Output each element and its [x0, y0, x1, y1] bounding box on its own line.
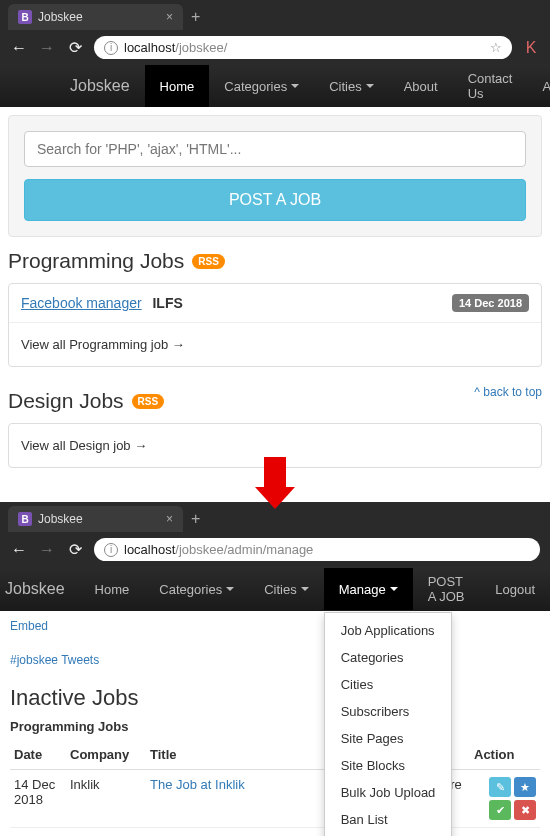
nav-logout[interactable]: Logout — [480, 568, 550, 610]
col-company: Company — [66, 740, 146, 770]
nav-contact[interactable]: Contact Us — [453, 65, 528, 107]
manage-menu-item[interactable]: Ban List — [325, 806, 452, 833]
site-info-icon[interactable]: i — [104, 543, 118, 557]
manage-dropdown: Job ApplicationsCategoriesCitiesSubscrib… — [324, 612, 453, 836]
manage-menu-item[interactable]: Bulk Job Upload — [325, 779, 452, 806]
forward-button[interactable]: → — [38, 39, 56, 57]
action-buttons: ✎ ★ ✔ ✖ — [474, 777, 536, 820]
nav-categories[interactable]: Categories — [209, 65, 314, 107]
forward-button[interactable]: → — [38, 541, 56, 559]
bookmark-icon[interactable]: ☆ — [490, 40, 502, 55]
post-job-button[interactable]: POST A JOB — [24, 179, 526, 221]
cat-heading-programming: Programming Jobs — [10, 719, 540, 734]
new-tab-button[interactable]: + — [183, 4, 208, 30]
url-input[interactable]: i localhost/jobskee/admin/manage — [94, 538, 540, 561]
reload-button[interactable]: ⟳ — [66, 540, 84, 559]
admin-navbar: Jobskee Home Categories Cities Manage Jo… — [0, 567, 550, 611]
edit-button[interactable]: ✎ — [489, 777, 511, 797]
back-button[interactable]: ← — [10, 541, 28, 559]
manage-menu-item[interactable]: Site Blocks — [325, 752, 452, 779]
tab-title: Jobskee — [38, 512, 83, 526]
chevron-down-icon — [226, 587, 234, 591]
nav-categories[interactable]: Categories — [144, 568, 249, 610]
col-action: Action — [470, 740, 540, 770]
brand[interactable]: Jobskee — [0, 580, 80, 598]
manage-menu-item[interactable]: Job Applications — [325, 617, 452, 644]
approve-button[interactable]: ✔ — [489, 800, 511, 820]
manage-menu-item[interactable]: Subscribers — [325, 698, 452, 725]
close-tab-icon[interactable]: × — [166, 512, 173, 526]
browser-tab[interactable]: BJobskee × — [8, 4, 183, 30]
address-bar: ← → ⟳ i localhost/jobskee/ ☆ K — [0, 30, 550, 65]
browser-tab[interactable]: BJobskee × — [8, 506, 183, 532]
tab-title: Jobskee — [38, 10, 83, 24]
date-badge: 14 Dec 2018 — [452, 294, 529, 312]
cell-company: Inklik — [66, 770, 146, 828]
new-tab-button[interactable]: + — [183, 506, 208, 532]
admin-content: Embed #jobskee Tweets Inactive Jobs Prog… — [0, 611, 550, 836]
job-link[interactable]: Facebook manager — [21, 295, 142, 311]
table-header-row: Date Company Title City Action — [10, 740, 540, 770]
chevron-down-icon — [390, 587, 398, 591]
favicon: B — [18, 512, 32, 526]
star-button[interactable]: ★ — [514, 777, 536, 797]
url-path: /jobskee/admin/manage — [175, 542, 313, 557]
tweets-link[interactable]: #jobskee Tweets — [10, 653, 540, 667]
manage-menu-item[interactable]: Cities — [325, 671, 452, 698]
url-path: /jobskee/ — [175, 40, 227, 55]
nav-about[interactable]: About — [389, 65, 453, 107]
col-date: Date — [10, 740, 66, 770]
profile-icon[interactable]: K — [522, 39, 540, 57]
cell-title-link[interactable]: The Job at Inklik — [150, 777, 245, 792]
address-bar-2: ← → ⟳ i localhost/jobskee/admin/manage — [0, 532, 550, 567]
rss-badge[interactable]: RSS — [132, 394, 165, 409]
nav-cities[interactable]: Cities — [249, 568, 324, 610]
back-button[interactable]: ← — [10, 39, 28, 57]
view-all-link[interactable]: View all Programming job → — [9, 323, 541, 366]
section-title-programming: Programming Jobs RSS — [0, 245, 550, 277]
job-row: Facebook manager ILFS 14 Dec 2018 — [9, 284, 541, 323]
url-host: localhost — [124, 40, 175, 55]
nav-post-job[interactable]: POST A JOB — [413, 568, 481, 610]
manage-menu-item[interactable]: Categories — [325, 644, 452, 671]
chevron-down-icon — [366, 84, 374, 88]
main-navbar: Jobskee Home Categories Cities About Con… — [0, 65, 550, 107]
nav-home[interactable]: Home — [145, 65, 210, 107]
chevron-down-icon — [291, 84, 299, 88]
programming-panel: Facebook manager ILFS 14 Dec 2018 View a… — [8, 283, 542, 367]
url-input[interactable]: i localhost/jobskee/ ☆ — [94, 36, 512, 59]
nav-cities[interactable]: Cities — [314, 65, 389, 107]
search-input[interactable] — [24, 131, 526, 167]
embed-link[interactable]: Embed — [10, 619, 540, 633]
close-tab-icon[interactable]: × — [166, 10, 173, 24]
rss-badge[interactable]: RSS — [192, 254, 225, 269]
nav-admin[interactable]: Admin — [527, 65, 550, 107]
nav-home[interactable]: Home — [80, 568, 145, 610]
brand[interactable]: Jobskee — [55, 77, 145, 95]
cell-date: 14 Dec 2018 — [10, 770, 66, 828]
back-to-top-link[interactable]: ^ back to top — [466, 385, 550, 399]
job-company: ILFS — [152, 295, 182, 311]
browser-tabs-bar: BJobskee × + — [0, 0, 550, 30]
section-title-design: Design Jobs RSS — [0, 385, 172, 417]
chevron-down-icon — [301, 587, 309, 591]
page-title: Inactive Jobs — [10, 685, 540, 711]
arrow-down-icon — [255, 457, 295, 512]
manage-menu-item[interactable]: Site Pages — [325, 725, 452, 752]
delete-button[interactable]: ✖ — [514, 800, 536, 820]
nav-manage[interactable]: Manage Job ApplicationsCategoriesCitiesS… — [324, 568, 413, 610]
reload-button[interactable]: ⟳ — [66, 38, 84, 57]
search-well: POST A JOB — [8, 115, 542, 237]
programming-table: Date Company Title City Action 14 Dec 20… — [10, 740, 540, 828]
site-info-icon[interactable]: i — [104, 41, 118, 55]
table-row: 14 Dec 2018 Inklik The Job at Inklik Any… — [10, 770, 540, 828]
favicon: B — [18, 10, 32, 24]
url-host: localhost — [124, 542, 175, 557]
